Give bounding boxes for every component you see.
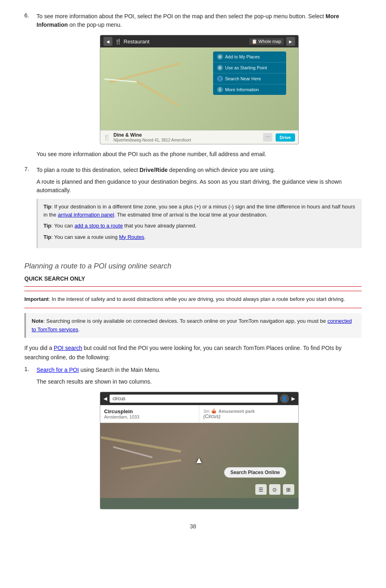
screenshot2-forward-btn[interactable]: ▶ <box>291 396 295 401</box>
screenshot1-dots-btn[interactable]: ⋯ <box>263 133 272 142</box>
search-poi-link[interactable]: Search for a POI <box>37 367 79 373</box>
tip3: Tip: You can save a route using My Route… <box>43 233 356 241</box>
screenshot1-overlay-menu: ⊕ Add to My Places ⊕ Use as Starting Poi… <box>213 52 286 95</box>
tip1-label: Tip <box>43 204 51 210</box>
screenshot1-poi-name: Dine & Wine <box>114 132 260 138</box>
screenshot2-nav-arrow: ▲ <box>195 455 204 466</box>
step-1-subtext: The search results are shown in two colu… <box>37 378 362 386</box>
step-6-text-part1: To see more information about the POI, s… <box>37 13 326 19</box>
important-text: : In the interest of safety and to avoid… <box>49 296 345 302</box>
step-7-number: 7. <box>24 166 37 252</box>
tip2-text1: : You can <box>51 223 74 229</box>
divider-top <box>24 286 362 287</box>
tip1-text2: . The estimated time of arrival is the l… <box>114 212 267 218</box>
body-text1: If you did a <box>24 345 54 351</box>
search-places-online-btn[interactable]: Search Places Online <box>224 467 286 478</box>
important-box: Important: In the interest of safety and… <box>24 291 362 308</box>
screenshot1-poi-icon: 🍴 <box>104 134 110 141</box>
tip2: Tip: You can add a stop to a route that … <box>43 222 356 230</box>
screenshot2: ◀ circus 👤 ▶ Circusplein Amsterdam, 1033… <box>100 392 299 509</box>
tip3-label: Tip <box>43 234 51 240</box>
step-6: 6. To see more information about the POI… <box>24 12 362 162</box>
tip2-link[interactable]: add a stop to a route <box>74 223 123 229</box>
screenshot2-bottom-icons: ☰ ⊙ ⊞ <box>255 484 294 495</box>
screenshot1-food-icon: 🍴 <box>115 39 121 45</box>
screenshot1-bottombar: 🍴 Dine & Wine Nijverheidsweg-Noord 41, 3… <box>100 130 298 144</box>
note-box: Note: Searching online is only available… <box>24 313 362 338</box>
screenshot1-back-btn[interactable]: ◀ <box>104 37 112 46</box>
step-1: 1. Search for a POI using Search in the … <box>24 366 362 515</box>
body-paragraph: If you did a POI search but could not fi… <box>24 343 362 362</box>
page-number: 38 <box>24 523 362 530</box>
screenshot1-menu-near[interactable]: 👤 Search Near Here <box>213 73 286 84</box>
screenshot2-topbar: ◀ circus 👤 ▶ <box>100 392 298 405</box>
screenshot1-menu-info[interactable]: ℹ More Information <box>213 84 286 95</box>
screenshot2-result-right[interactable]: 3m 🎪 Amusement park (Circus) <box>199 405 298 423</box>
step-7-content: To plan a route to this destination, sel… <box>37 166 362 252</box>
screenshot2-left-sub: Amsterdam, 1033 <box>104 414 195 419</box>
screenshot1-poi-addr: Nijverheidsweg-Noord 41, 3812 Amersfoort <box>114 138 260 142</box>
important-label: Important <box>24 296 49 302</box>
note-text2: . <box>78 326 80 333</box>
screenshot2-right-dist-value: 3m <box>203 409 209 414</box>
screenshot2-grid-icon[interactable]: ⊞ <box>283 484 294 495</box>
tip3-text2: . <box>144 234 146 240</box>
screenshot2-left-name: Circusplein <box>104 408 195 414</box>
screenshot2-location-icon[interactable]: ⊙ <box>269 484 280 495</box>
screenshot1-map-body: ⊕ Add to My Places ⊕ Use as Starting Poi… <box>100 47 298 130</box>
screenshot1-menu-add[interactable]: ⊕ Add to My Places <box>213 52 286 62</box>
step-6-text-part2: on the pop-up menu. <box>68 21 122 28</box>
tip3-link[interactable]: My Routes <box>119 234 144 240</box>
screenshot1-menu-start[interactable]: ⊕ Use as Starting Point <box>213 62 286 73</box>
screenshot2-container: ◀ circus 👤 ▶ Circusplein Amsterdam, 1033… <box>37 392 362 509</box>
screenshot2-right-cat: (Circus) <box>203 414 294 419</box>
tip1: Tip: If your destination is in a differe… <box>43 203 356 219</box>
screenshot2-search-box[interactable]: circus <box>110 395 278 403</box>
screenshot1-title: Restaurant <box>124 39 247 45</box>
tip-box: Tip: If your destination is in a differe… <box>37 199 362 248</box>
step-7: 7. To plan a route to this destination, … <box>24 166 362 252</box>
step-6-text: To see more information about the POI, s… <box>37 12 362 29</box>
screenshot1-forward-btn[interactable]: ▶ <box>286 37 295 46</box>
start-icon: ⊕ <box>217 65 223 71</box>
step-7-bold: Drive/Ride <box>140 167 168 173</box>
screenshot2-results: Circusplein Amsterdam, 1033 3m 🎪 Amuseme… <box>100 405 298 423</box>
poi-search-link[interactable]: POI search <box>54 345 82 351</box>
screenshot2-right-name: Amusement park <box>218 409 254 414</box>
screenshot1-whole-map-label: Whole map <box>259 39 281 44</box>
step-7-text: To plan a route to this destination, sel… <box>37 166 362 174</box>
step-7-subtext: A route is planned and then guidance to … <box>37 178 362 195</box>
menu-near-label: Search Near Here <box>225 76 261 81</box>
menu-info-label: More Information <box>225 87 259 92</box>
screenshot1-container: ◀ 🍴 Restaurant 📋 Whole map ▶ <box>37 35 362 144</box>
step-1-text: Search for a POI using Search in the Mai… <box>37 366 362 374</box>
screenshot1-poi-info: Dine & Wine Nijverheidsweg-Noord 41, 381… <box>114 132 260 142</box>
screenshot2-result-left[interactable]: Circusplein Amsterdam, 1033 <box>100 405 200 423</box>
screenshot2-person-icon[interactable]: 👤 <box>280 394 289 403</box>
add-icon: ⊕ <box>217 54 223 60</box>
screenshot1-drive-btn[interactable]: Drive <box>276 133 295 142</box>
step-6-content: To see more information about the POI, s… <box>37 12 362 162</box>
info-icon: ℹ <box>217 87 223 92</box>
step-1-number: 1. <box>24 366 37 515</box>
screenshot2-map-area: ▲ Search Places Online ☰ ⊙ ⊞ <box>100 423 298 498</box>
screenshot2-back-btn[interactable]: ◀ <box>104 396 107 401</box>
screenshot1-whole-map-btn[interactable]: 📋 Whole map <box>249 38 284 45</box>
screenshot2-list-icon[interactable]: ☰ <box>255 484 267 495</box>
step-6-after-image: You see more information about the POI s… <box>37 150 362 159</box>
screenshot2-right-dist: 3m 🎪 Amusement park <box>203 408 294 414</box>
screenshot1-whole-map-icon: 📋 <box>252 39 257 44</box>
note-label: Note <box>32 318 43 324</box>
step-1-content: Search for a POI using Search in the Mai… <box>37 366 362 515</box>
step-6-number: 6. <box>24 12 37 162</box>
section-heading: Planning a route to a POI using online s… <box>24 262 362 270</box>
note-text1: : Searching online is only available on … <box>43 318 328 324</box>
tip1-link[interactable]: arrival information panel <box>58 212 114 218</box>
screenshot1-topbar: ◀ 🍴 Restaurant 📋 Whole map ▶ <box>100 35 298 47</box>
menu-start-label: Use as Starting Point <box>225 65 267 70</box>
screenshot1: ◀ 🍴 Restaurant 📋 Whole map ▶ <box>100 35 299 144</box>
screenshot2-right-icon: 🎪 <box>211 408 217 414</box>
near-icon: 👤 <box>217 76 223 82</box>
tip2-label: Tip <box>43 223 51 229</box>
step-7-text-part2: depending on which device you are using. <box>168 167 275 173</box>
